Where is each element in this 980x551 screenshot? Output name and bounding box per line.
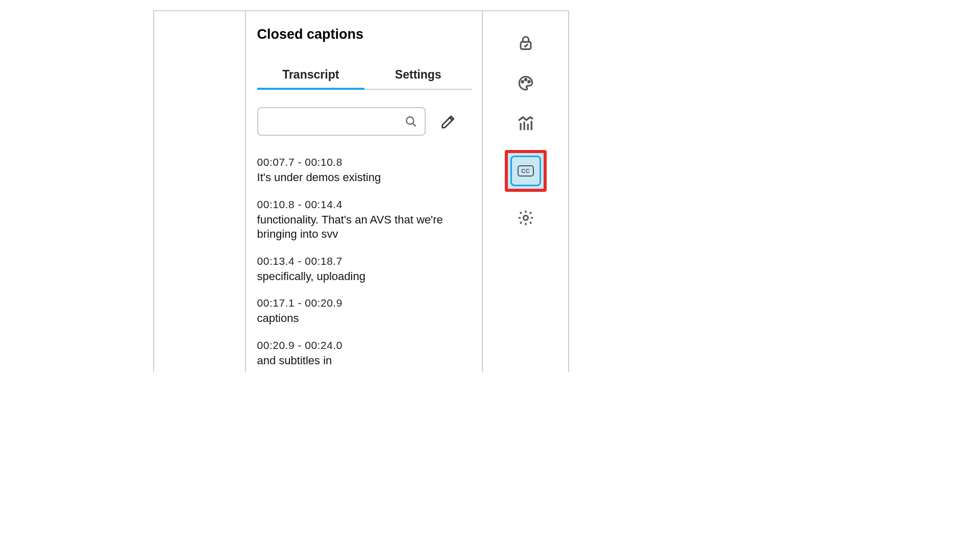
svg-point-5 [528,81,529,82]
analytics-icon [517,114,534,132]
entry-time: 00:10.8 - 00:14.4 [257,198,472,211]
left-pane [154,11,246,372]
entry-time: 00:20.9 - 00:24.0 [257,339,472,352]
right-sidebar: CC [483,11,568,372]
transcript-entry[interactable]: 00:10.8 - 00:14.4 functionality. That's … [257,198,472,242]
tab-settings[interactable]: Settings [364,68,472,89]
tab-bar: Transcript Settings [257,68,472,90]
transcript-entry[interactable]: 00:17.1 - 00:20.9 captions [257,297,472,326]
main-column: Closed captions Transcript Settings [246,11,483,372]
svg-line-1 [412,123,415,127]
settings-gear-icon [517,209,534,227]
captions-panel: Closed captions Transcript Settings [153,10,569,372]
nav-palette[interactable] [513,70,538,96]
entry-text: specifically, uploading [257,269,472,284]
svg-point-0 [406,117,413,124]
cc-icon: CC [518,165,534,177]
transcript-entry[interactable]: 00:13.4 - 00:18.7 specifically, uploadin… [257,255,472,284]
transcript-list: 00:07.7 - 00:10.8 It's under demos exist… [257,156,472,368]
entry-time: 00:13.4 - 00:18.7 [257,255,472,267]
transcript-entry[interactable]: 00:07.7 - 00:10.8 It's under demos exist… [257,156,472,185]
svg-point-3 [522,81,523,82]
entry-text: and subtitles in [257,354,472,368]
panel-title: Closed captions [257,27,472,42]
nav-lock[interactable] [513,31,538,56]
svg-point-4 [525,79,526,80]
entry-text: functionality. That's an AVS that we're … [257,213,472,242]
pencil-icon [440,114,456,129]
svg-point-10 [523,215,528,220]
entry-text: It's under demos existing [257,170,472,185]
tab-transcript[interactable]: Transcript [257,68,364,90]
entry-text: captions [257,311,472,326]
transcript-entry[interactable]: 00:20.9 - 00:24.0 and subtitles in [257,339,472,368]
entry-time: 00:07.7 - 00:10.8 [257,156,472,168]
lock-icon [517,35,534,52]
nav-settings[interactable] [513,205,538,231]
search-input[interactable] [257,107,426,136]
nav-analytics[interactable] [513,110,538,136]
edit-button[interactable] [439,112,457,131]
search-row [257,107,472,136]
entry-time: 00:17.1 - 00:20.9 [257,297,472,309]
nav-closed-captions[interactable]: CC [505,150,547,192]
search-icon [404,115,418,128]
palette-icon [517,74,534,92]
